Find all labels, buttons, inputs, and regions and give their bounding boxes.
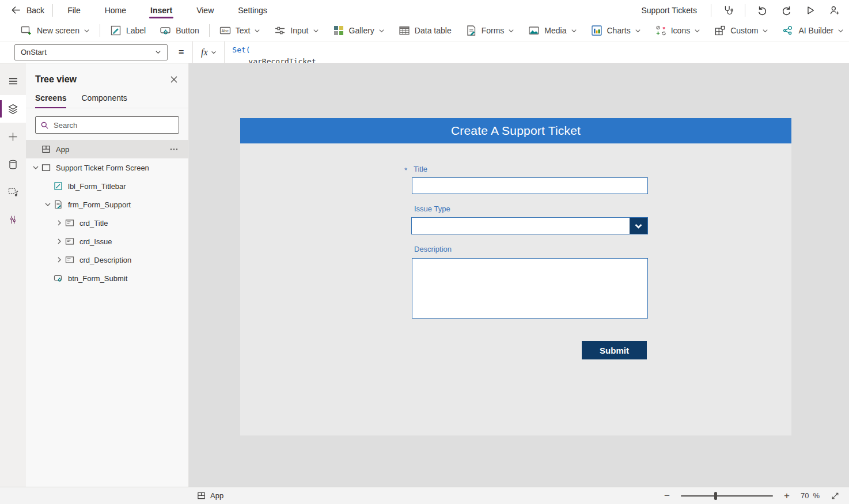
rail-tree-view-button[interactable] — [0, 95, 26, 123]
main-area: Tree view Screens Components App Support… — [0, 63, 849, 487]
app-icon — [41, 145, 51, 154]
svg-text:Abc: Abc — [221, 29, 229, 33]
rail-data-button[interactable] — [0, 150, 26, 178]
menu-item-view[interactable]: View — [184, 0, 226, 20]
back-label: Back — [26, 6, 44, 15]
tree-item-crd-issue[interactable]: crd_Issue — [26, 232, 188, 251]
play-icon — [805, 5, 816, 16]
label-icon — [110, 25, 122, 36]
breadcrumb[interactable]: App — [197, 487, 223, 504]
fx-label: fx — [201, 47, 208, 58]
ribbon-input[interactable]: Input — [267, 20, 325, 41]
ribbon-text[interactable]: Abc Text — [213, 20, 268, 41]
tab-screens[interactable]: Screens — [35, 89, 66, 108]
zoom-slider[interactable] — [681, 495, 773, 497]
divider — [711, 4, 711, 17]
issue-type-dropdown[interactable] — [411, 217, 648, 234]
chevron-right-icon[interactable] — [54, 219, 64, 226]
divider — [209, 24, 210, 37]
plus-icon — [7, 131, 19, 143]
tree-item-label: App — [56, 145, 69, 154]
chevron-down-icon — [571, 28, 577, 34]
title-input[interactable] — [412, 177, 648, 194]
app-checker-button[interactable] — [721, 3, 736, 18]
chevron-down-icon — [313, 28, 319, 34]
fx-dropdown[interactable]: fx — [193, 41, 225, 63]
tree-item-crd-title[interactable]: crd_Title — [26, 214, 188, 232]
zoom-in-button[interactable]: + — [784, 491, 790, 501]
ribbon-label: Charts — [607, 26, 631, 35]
menu-item-home[interactable]: Home — [93, 0, 138, 20]
ribbon-ai-builder[interactable]: AI Builder — [775, 20, 849, 41]
chevron-down-icon — [694, 28, 700, 34]
menu-item-insert[interactable]: Insert — [138, 0, 184, 20]
divider — [100, 24, 100, 37]
description-input[interactable] — [412, 258, 648, 319]
ribbon-media[interactable]: Media — [521, 20, 583, 41]
ribbon-label: Input — [290, 26, 308, 35]
submit-button[interactable]: Submit — [582, 341, 647, 359]
ribbon-new-screen[interactable]: New screen — [14, 20, 97, 41]
tree-item-crd-description[interactable]: crd_Description — [26, 251, 188, 269]
back-button[interactable]: Back — [10, 5, 44, 16]
chevron-right-icon[interactable] — [54, 238, 64, 245]
zoom-out-button[interactable]: − — [664, 491, 670, 501]
redo-button[interactable] — [779, 3, 794, 18]
tree-item-btn-form-submit[interactable]: btn_Form_Submit — [26, 269, 188, 287]
search-box[interactable] — [35, 116, 179, 134]
preview-button[interactable] — [803, 3, 818, 18]
undo-button[interactable] — [755, 3, 770, 18]
media-icon — [528, 25, 540, 36]
chevron-down-icon[interactable] — [31, 164, 40, 171]
new-screen-icon — [21, 25, 32, 36]
ribbon-gallery[interactable]: Gallery — [326, 20, 392, 41]
button-icon — [53, 274, 63, 283]
ribbon-label[interactable]: Label — [103, 20, 153, 41]
tree-item-screen[interactable]: Support Ticket Form Screen — [26, 158, 188, 177]
tree-item-lbl-form-titlebar[interactable]: lbl_Form_Titlebar — [26, 177, 188, 195]
formula-editor[interactable]: Set( varRecordTicket — [225, 41, 849, 63]
ribbon-charts[interactable]: Charts — [584, 20, 648, 41]
chevron-down-icon — [84, 28, 90, 34]
ribbon-custom[interactable]: Custom — [707, 20, 775, 41]
search-input[interactable] — [54, 121, 174, 130]
tree-item-label: Support Ticket Form Screen — [56, 164, 149, 172]
card-icon — [65, 237, 75, 246]
rail-menu-button[interactable] — [0, 67, 26, 95]
property-selector[interactable]: OnStart — [14, 44, 168, 60]
menu-item-file[interactable]: File — [55, 0, 93, 20]
menu-item-settings[interactable]: Settings — [226, 0, 279, 20]
ribbon-icons[interactable]: Icons — [648, 20, 707, 41]
chevron-right-icon[interactable] — [54, 256, 64, 263]
label-icon — [53, 181, 63, 191]
dropdown-chevron-button[interactable] — [630, 218, 647, 234]
app-icon — [197, 491, 206, 500]
ribbon-label: Button — [176, 26, 199, 35]
more-options-icon[interactable] — [169, 145, 179, 155]
fit-to-window-button[interactable] — [831, 491, 840, 501]
ribbon-button[interactable]: Button — [153, 20, 206, 41]
card-icon — [65, 218, 75, 228]
zoom-percentage: 70 % — [801, 491, 820, 500]
ribbon-label: Icons — [671, 26, 690, 35]
rail-advanced-tools-button[interactable] — [0, 206, 26, 233]
rail-media-button[interactable] — [0, 178, 26, 206]
close-icon[interactable] — [170, 75, 178, 84]
form-titlebar[interactable]: Create A Support Ticket — [240, 118, 791, 143]
tree-item-frm-form-support[interactable]: frm_Form_Support — [26, 195, 188, 214]
share-button[interactable] — [827, 3, 842, 18]
tree-item-app[interactable]: App — [26, 140, 188, 158]
ribbon-data-table[interactable]: Data table — [392, 20, 458, 41]
button-icon — [160, 25, 171, 36]
top-menu-bar: Back File Home Insert View Settings Supp… — [0, 0, 849, 20]
tab-components[interactable]: Components — [81, 89, 127, 108]
rail-insert-button[interactable] — [0, 123, 26, 150]
zoom-slider-handle[interactable] — [714, 492, 717, 500]
ribbon-forms[interactable]: Forms — [458, 20, 522, 41]
chevron-down-icon — [634, 222, 643, 230]
chevron-down-icon[interactable] — [43, 201, 52, 208]
app-screen[interactable]: Create A Support Ticket * Title Issue Ty… — [240, 118, 791, 435]
chevron-down-icon — [635, 28, 641, 34]
app-title: Support Tickets — [642, 6, 698, 15]
undo-icon — [757, 5, 768, 16]
